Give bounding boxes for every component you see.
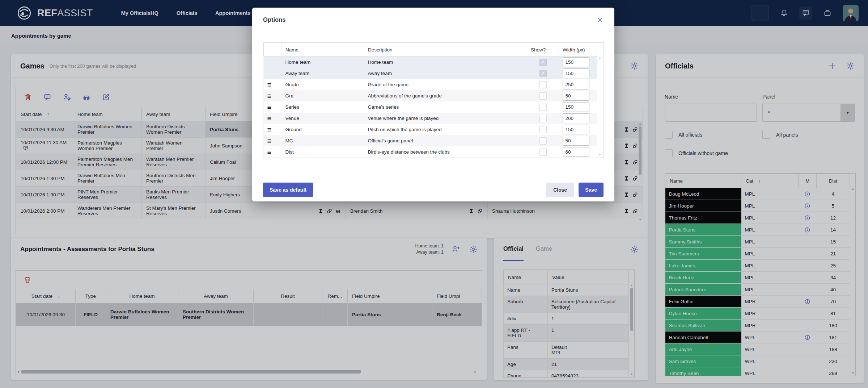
close-icon[interactable] (597, 16, 604, 23)
options-header-row: Name Description Show? Width (px) (264, 43, 597, 57)
width-input[interactable] (563, 91, 589, 101)
options-col-show: Show? (527, 43, 559, 57)
options-dialog-title: Options (263, 16, 285, 23)
width-input[interactable] (563, 68, 589, 78)
width-input[interactable] (563, 125, 589, 134)
save-button[interactable]: Save (579, 183, 604, 197)
show-checkbox-checked[interactable]: ✓ (539, 59, 547, 66)
show-checkbox[interactable] (539, 104, 547, 111)
options-col-description: Description (364, 43, 527, 57)
width-input[interactable] (563, 147, 589, 157)
close-button[interactable]: Close (546, 183, 574, 197)
options-dialog: Options Name Description Show? Width (px… (252, 8, 614, 201)
options-columns-table-container: Name Description Show? Width (px) Home t… (263, 42, 604, 158)
drag-handle-icon[interactable]: ≡ (267, 114, 272, 122)
width-input[interactable] (563, 136, 589, 146)
options-row-gra[interactable]: ≡ Gra Abbreviations of the game's grade (264, 90, 597, 101)
app-root: REFASSIST My OfficialsHQ Officials Appoi… (0, 0, 868, 388)
options-row-ground[interactable]: ≡ Ground Pitch on which the game is play… (264, 124, 597, 135)
show-checkbox[interactable] (539, 115, 547, 122)
width-input[interactable] (563, 57, 589, 67)
drag-handle-icon[interactable]: ≡ (267, 126, 272, 134)
save-as-default-button[interactable]: Save as default (263, 183, 313, 197)
options-dialog-footer: Save as default Close Save (252, 178, 614, 201)
show-checkbox[interactable] (539, 92, 547, 100)
width-input[interactable] (563, 80, 589, 89)
drag-handle-icon[interactable]: ≡ (267, 92, 272, 100)
show-checkbox[interactable] (539, 126, 547, 133)
drag-handle-icon[interactable]: ≡ (267, 81, 272, 89)
show-checkbox[interactable] (539, 149, 547, 156)
options-row-mc[interactable]: ≡ MC Official's game panel (264, 135, 597, 146)
options-row-series[interactable]: ≡ Series Game's series (264, 101, 597, 113)
show-checkbox[interactable] (539, 81, 547, 88)
options-columns-table: Name Description Show? Width (px) Home t… (263, 43, 597, 158)
show-checkbox-checked[interactable]: ✓ (539, 70, 547, 77)
drag-handle-icon[interactable]: ≡ (267, 137, 272, 145)
options-row-grade[interactable]: ≡ Grade Grade of the game (264, 79, 597, 90)
show-checkbox[interactable] (539, 137, 547, 145)
options-row-dist[interactable]: ≡ Dist Bird's-eye distance between the c… (264, 146, 597, 158)
options-vertical-scrollbar[interactable]: ▲▼ (597, 57, 602, 157)
width-input[interactable] (563, 113, 589, 123)
options-dialog-header: Options (252, 8, 614, 32)
options-row-home-team[interactable]: Home team Home team ✓ (264, 57, 597, 68)
width-input[interactable] (563, 102, 589, 112)
options-col-name: Name (282, 43, 364, 57)
options-col-width: Width (px) (559, 43, 597, 57)
drag-handle-icon[interactable]: ≡ (267, 148, 272, 156)
options-col-drag (264, 43, 282, 57)
options-row-away-team[interactable]: Away team Away team ✓ (264, 68, 597, 79)
options-row-venue[interactable]: ≡ Venue Venue where the game is played (264, 113, 597, 124)
drag-handle-icon[interactable]: ≡ (267, 103, 272, 111)
